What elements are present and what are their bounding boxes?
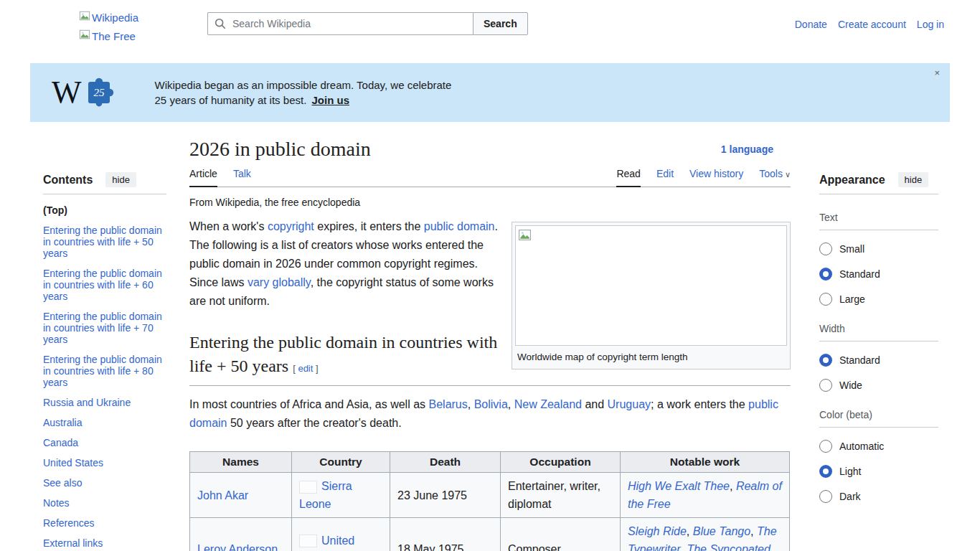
banner-line2: 25 years of humanity at its best. (155, 94, 307, 106)
appearance-option-width-standard: Standard (819, 354, 938, 367)
fundraising-banner: W 25 Wikipedia began as an impossible dr… (30, 63, 950, 122)
appearance-option-text-standard: Standard (819, 268, 938, 281)
search-button[interactable]: Search (473, 12, 528, 35)
tab-tools[interactable]: Tools∨ (759, 168, 791, 187)
toc-link-russia-and-ukraine[interactable]: Russia and Ukraine (43, 397, 131, 408)
thumbnail-caption: Worldwide map of copyright term length (515, 346, 787, 366)
person-link-leroy-anderson[interactable]: Leroy Anderson (197, 543, 278, 551)
appearance-option-text-large: Large (819, 293, 938, 306)
separator: , (750, 525, 757, 537)
close-icon[interactable]: × (934, 68, 940, 77)
toc-link-entering-the-public-domain-in-countries-with-life-60-years[interactable]: Entering the public domain in countries … (43, 268, 162, 302)
wikipedia-logo[interactable]: Wikipedia The Free (79, 9, 187, 43)
radio-label: Light (839, 466, 861, 477)
toc-link-australia[interactable]: Australia (43, 417, 82, 428)
work-link-sleigh-ride[interactable]: Sleigh Ride (628, 525, 687, 537)
radio-label: Large (839, 293, 865, 305)
radio-label: Small (839, 243, 864, 255)
section-link-belarus[interactable]: Belarus (429, 398, 468, 410)
banner-line1: Wikipedia began as an impossible dream. … (155, 79, 452, 91)
view-tabs: ReadEditView historyTools∨ (616, 168, 791, 187)
section-text: , (508, 398, 514, 410)
appearance-option-color-beta-dark: Dark (819, 490, 938, 503)
section-link-bolivia[interactable]: Bolivia (474, 398, 508, 410)
table-row: Leroy AndersonUnited States18 May 1975Co… (190, 518, 790, 551)
radio-large[interactable] (819, 293, 832, 306)
tab-read[interactable]: Read (616, 168, 640, 187)
intro-text: expires, it enters the (314, 220, 424, 232)
search-input[interactable] (207, 12, 473, 35)
toc-item: Russia and Ukraine (43, 397, 166, 408)
tab-edit[interactable]: Edit (656, 168, 674, 187)
radio-label: Standard (839, 354, 880, 366)
header-link-donate[interactable]: Donate (795, 19, 827, 30)
intro-link-public-domain[interactable]: public domain (424, 220, 495, 232)
appearance-title: Appearance (819, 174, 885, 187)
broken-image-icon (79, 9, 90, 27)
appearance-option-color-beta-light: Light (819, 465, 938, 478)
intro-link-copyright[interactable]: copyright (268, 220, 314, 232)
separator: , (730, 480, 736, 492)
toc-item: External links (43, 537, 166, 549)
toc-link-references[interactable]: References (43, 517, 95, 529)
appearance-panel: Appearance hide TextSmallStandardLargeWi… (819, 172, 938, 503)
section-text: In most countries of Africa and Asia, as… (189, 398, 429, 410)
person-link-john-akar[interactable]: John Akar (197, 489, 248, 501)
radio-wide[interactable] (819, 379, 832, 392)
cell-occupation: Composer (501, 518, 621, 551)
join-us-link[interactable]: Join us (311, 94, 349, 106)
column-header-country: Country (292, 452, 390, 473)
edit-bracket: ] (316, 363, 319, 374)
toc-item: References (43, 517, 166, 529)
toc-link-entering-the-public-domain-in-countries-with-life-80-years[interactable]: Entering the public domain in countries … (43, 354, 162, 388)
section-link-uruguay[interactable]: Uruguay (608, 398, 651, 410)
radio-dark[interactable] (819, 490, 832, 503)
cell-notable-work: Sleigh Ride, Blue Tango, The Typewriter,… (621, 518, 790, 551)
radio-light[interactable] (819, 465, 832, 478)
toc-link-top[interactable]: (Top) (43, 204, 67, 216)
toc-hide-button[interactable]: hide (105, 172, 136, 187)
toc-link-see-also[interactable]: See also (43, 477, 82, 489)
toc-link-notes[interactable]: Notes (43, 497, 70, 509)
radio-label: Dark (839, 491, 861, 502)
radio-small[interactable] (819, 242, 832, 255)
header-link-create-account[interactable]: Create account (838, 19, 906, 30)
radio-label: Standard (839, 268, 880, 280)
tab-view-history[interactable]: View history (689, 168, 743, 187)
toc-item: (Top) (43, 204, 166, 216)
thumbnail-image[interactable] (515, 225, 787, 346)
toc-item: Notes (43, 497, 166, 509)
toc-link-canada[interactable]: Canada (43, 437, 78, 448)
appearance-hide-button[interactable]: hide (898, 172, 929, 187)
toc-title: Contents (43, 174, 93, 187)
intro-link-vary-globally[interactable]: vary globally (248, 276, 311, 288)
wikipedia-w-glyph: W (52, 77, 82, 108)
work-link-high-we-exalt-thee[interactable]: High We Exalt Thee (628, 480, 730, 492)
broken-image-icon (518, 228, 532, 245)
tab-talk[interactable]: Talk (233, 168, 251, 187)
section-text: 50 years after the creator's death. (227, 417, 401, 429)
toc-link-external-links[interactable]: External links (43, 537, 103, 549)
flag-placeholder-icon (299, 534, 317, 547)
radio-standard[interactable] (819, 354, 832, 367)
work-link-blue-tango[interactable]: Blue Tango (693, 525, 750, 537)
toc-link-united-states[interactable]: United States (43, 457, 103, 468)
tab-article[interactable]: Article (189, 168, 217, 187)
account-links: DonateCreate accountLog in (795, 19, 944, 30)
section-link-new-zealand[interactable]: New Zealand (514, 398, 582, 410)
header-link-log-in[interactable]: Log in (917, 19, 944, 30)
toc-list: (Top)Entering the public domain in count… (43, 204, 166, 549)
radio-standard[interactable] (819, 268, 832, 281)
banner-message: Wikipedia began as an impossible dream. … (155, 77, 452, 108)
column-header-occupation: Occupation (501, 452, 621, 473)
cell-occupation: Entertainer, writer, diplomat (501, 473, 621, 518)
site-subtitle: From Wikipedia, the free encyclopedia (189, 197, 791, 208)
intro-text: When a work's (189, 220, 268, 232)
radio-automatic[interactable] (819, 440, 832, 453)
search-icon (214, 17, 227, 33)
language-count-button[interactable]: 1 language (721, 143, 773, 155)
edit-section-link[interactable]: edit (298, 363, 313, 374)
toc-item: Entering the public domain in countries … (43, 225, 166, 259)
toc-link-entering-the-public-domain-in-countries-with-life-50-years[interactable]: Entering the public domain in countries … (43, 225, 162, 259)
toc-link-entering-the-public-domain-in-countries-with-life-70-years[interactable]: Entering the public domain in countries … (43, 311, 162, 345)
